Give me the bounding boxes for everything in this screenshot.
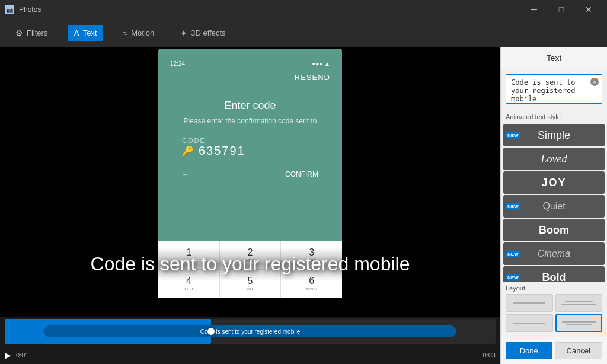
- phone-code-value: 635791: [199, 144, 245, 158]
- close-button[interactable]: ✕: [575, 0, 602, 19]
- new-badge: NEW: [506, 203, 520, 210]
- timeline-track[interactable]: Code is sent to your registered mobile: [5, 319, 496, 344]
- title-bar: 📷 Photos ─ □ ✕: [0, 0, 607, 19]
- timeline-thumb[interactable]: [207, 328, 215, 335]
- motion-button[interactable]: ≈ Motion: [117, 25, 161, 41]
- text-button[interactable]: A Text: [68, 25, 103, 41]
- phone-enter-code: Enter code: [224, 100, 276, 112]
- video-overlay-text: Code is sent to your registered mobile: [0, 247, 500, 281]
- section-label: Animated text style: [501, 111, 607, 123]
- layout-line-icon: [513, 302, 545, 304]
- layout-option-4[interactable]: [555, 314, 603, 332]
- filters-icon: ⚙: [15, 28, 23, 38]
- motion-label: Motion: [131, 28, 154, 37]
- phone-nav: ← CONFIRM: [170, 170, 330, 178]
- style-item-boom[interactable]: Boom: [503, 219, 605, 241]
- style-item-joy[interactable]: JOY: [503, 171, 605, 194]
- back-arrow: ←: [182, 170, 189, 178]
- text-input[interactable]: [506, 74, 602, 104]
- key-icon: 🔑: [182, 145, 194, 157]
- layout-option-2[interactable]: [555, 294, 603, 312]
- timeline-clip-text: Code is sent to your registered mobile: [200, 328, 300, 335]
- style-item-simple[interactable]: NEWSimple: [503, 124, 605, 146]
- effects-icon: ✦: [180, 28, 187, 38]
- effects-button[interactable]: ✦ 3D effects: [174, 25, 231, 41]
- style-label-loved: Loved: [503, 153, 605, 165]
- panel-title: Text: [501, 47, 607, 69]
- confirm-label: CONFIRM: [285, 170, 318, 178]
- style-list: NEWSimpleLovedJOYNEWQuietBoomNEWCinemaNE…: [501, 123, 607, 282]
- panel-footer: Done Cancel: [501, 337, 607, 364]
- phone-subtitle: Please enter the confirmation code sent …: [184, 117, 317, 125]
- maximize-button[interactable]: □: [548, 0, 575, 19]
- layout-option-1[interactable]: [506, 294, 553, 312]
- new-badge: NEW: [506, 251, 520, 257]
- filters-label: Filters: [27, 28, 47, 37]
- layout-grid: [506, 294, 602, 332]
- style-item-bold[interactable]: NEWBold: [503, 266, 605, 282]
- layout-lines-icon: [556, 301, 602, 305]
- new-badge: NEW: [506, 274, 520, 281]
- video-area: 12:24 ●●● ▲ RESEND Enter code Please ent…: [0, 47, 500, 364]
- effects-label: 3D effects: [191, 28, 225, 37]
- timeline: Code is sent to your registered mobile ▶…: [0, 317, 500, 364]
- main-content: 12:24 ●●● ▲ RESEND Enter code Please ent…: [0, 47, 607, 364]
- motion-icon: ≈: [123, 28, 128, 38]
- text-label: Text: [83, 28, 97, 37]
- app-icon: 📷: [5, 5, 14, 14]
- video-frame: 12:24 ●●● ▲ RESEND Enter code Please ent…: [0, 47, 500, 317]
- app-title: Photos: [19, 5, 41, 14]
- timeline-controls: ▶ 0:01 0:03: [0, 346, 500, 364]
- layout-option-3[interactable]: [506, 314, 553, 332]
- cancel-button[interactable]: Cancel: [555, 342, 603, 359]
- style-label-boom: Boom: [503, 224, 605, 237]
- title-bar-left: 📷 Photos: [5, 5, 41, 14]
- new-badge: NEW: [506, 132, 520, 139]
- done-button[interactable]: Done: [506, 342, 552, 359]
- right-panel: Text × Animated text style NEWSimpleLove…: [500, 47, 607, 364]
- style-item-cinema[interactable]: NEWCinema: [503, 242, 605, 265]
- filters-button[interactable]: ⚙ Filters: [9, 25, 53, 41]
- text-input-wrapper: ×: [506, 74, 602, 106]
- layout-section: Layout: [501, 282, 607, 337]
- window-controls: ─ □ ✕: [520, 0, 602, 19]
- phone-resend: RESEND: [295, 73, 330, 82]
- style-item-loved[interactable]: Loved: [503, 148, 605, 170]
- layout-label: Layout: [506, 285, 602, 292]
- layout-lines2-icon: [557, 321, 602, 325]
- clear-button[interactable]: ×: [590, 78, 599, 86]
- timeline-text-clip[interactable]: Code is sent to your registered mobile: [44, 325, 456, 337]
- text-icon: A: [74, 28, 79, 38]
- layout-line2-icon: [513, 323, 545, 324]
- play-button[interactable]: ▶: [5, 350, 11, 360]
- time-end: 0:03: [483, 352, 496, 359]
- time-current: 0:01: [16, 352, 28, 359]
- phone-code-label: CODE: [182, 137, 206, 144]
- style-item-quiet[interactable]: NEWQuiet: [503, 195, 605, 218]
- phone-status-bar: 12:24 ●●● ▲: [170, 60, 330, 67]
- style-label-joy: JOY: [503, 177, 605, 189]
- minimize-button[interactable]: ─: [520, 0, 548, 19]
- toolbar: ⚙ Filters A Text ≈ Motion ✦ 3D effects: [0, 19, 607, 47]
- phone-code-row: 🔑 635791: [170, 144, 330, 158]
